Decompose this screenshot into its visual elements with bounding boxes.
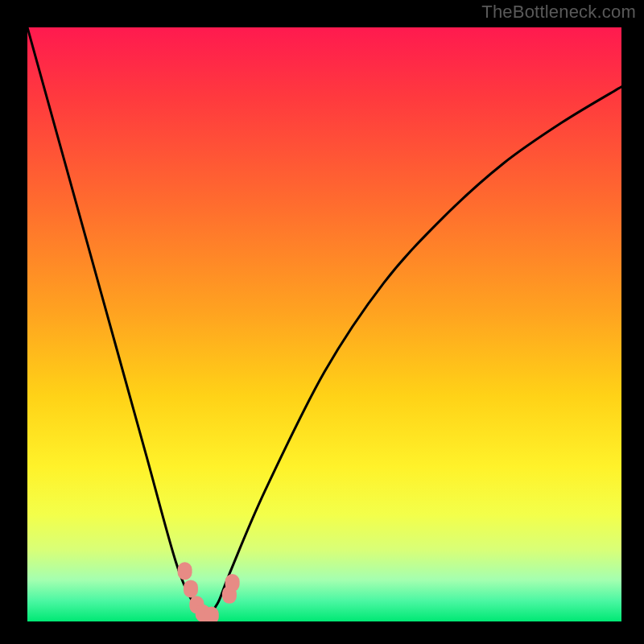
chart-svg (27, 27, 621, 621)
chart-frame: TheBottleneck.com (0, 0, 644, 644)
bottleneck-chart (27, 27, 621, 621)
measured-point (204, 607, 219, 621)
measured-point (184, 580, 198, 597)
measured-point (178, 562, 192, 580)
measured-point (225, 574, 240, 592)
gradient-background (27, 27, 621, 621)
attribution-watermark: TheBottleneck.com (481, 2, 636, 23)
